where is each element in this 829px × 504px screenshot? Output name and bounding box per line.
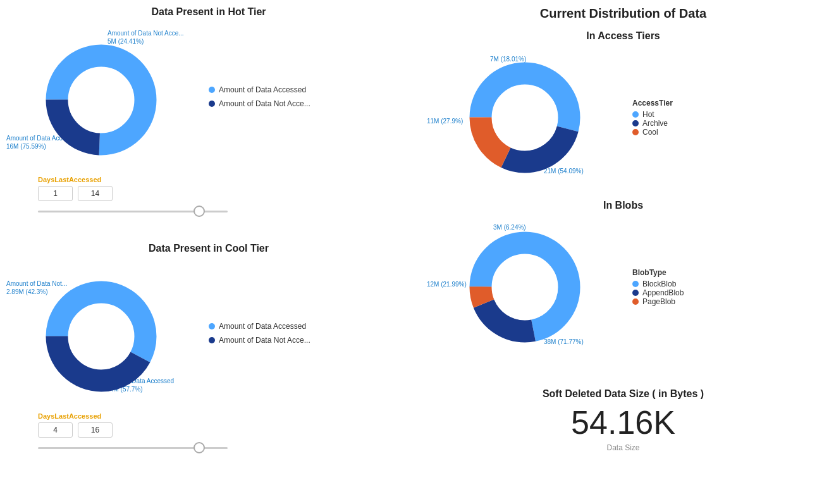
hot-tier-legend-item-1: Amount of Data Not Acce... — [209, 99, 310, 108]
access-tiers-archive-label: 11M (27.9%) — [427, 118, 463, 125]
cool-tier-legend-label-1: Amount of Data Not Acce... — [219, 336, 310, 345]
soft-deleted-title: Soft Deleted Data Size ( in Bytes ) — [436, 388, 810, 400]
access-tiers-archive-label-legend: Archive — [642, 119, 668, 128]
access-tiers-hot-dot — [632, 111, 639, 118]
hot-tier-section: Data Present in Hot Tier Amount of Data … — [13, 6, 405, 218]
access-tiers-hot-label-legend: Hot — [642, 110, 654, 119]
hot-tier-legend-label-0: Amount of Data Accessed — [219, 85, 306, 94]
cool-tier-legend-dot-1 — [209, 337, 215, 343]
right-panel-title: Current Distribution of Data — [430, 6, 816, 21]
access-tiers-row: 7M (18.01%) 11M (27.9%) 21M (54.09%) — [430, 48, 816, 187]
cool-tier-title: Data Present in Cool Tier — [13, 243, 405, 254]
svg-point-5 — [68, 304, 134, 369]
cool-tier-legend-item-1: Amount of Data Not Acce... — [209, 336, 310, 345]
main-container: Data Present in Hot Tier Amount of Data … — [0, 0, 829, 504]
hot-tier-title: Data Present in Hot Tier — [13, 6, 405, 18]
cool-tier-legend-dot-0 — [209, 323, 215, 329]
blobs-legend-pageblob: PageBlob — [632, 297, 684, 306]
hot-tier-legend: Amount of Data Accessed Amount of Data N… — [209, 85, 310, 108]
cool-tier-slider-inputs — [38, 422, 405, 438]
hot-tier-legend-label-1: Amount of Data Not Acce... — [219, 99, 310, 108]
soft-deleted-section: Soft Deleted Data Size ( in Bytes ) 54.1… — [430, 382, 816, 458]
soft-deleted-value: 54.16K — [436, 405, 810, 441]
blobs-legend-title: BlobType — [632, 268, 684, 277]
access-tiers-donut-svg — [462, 54, 588, 181]
access-tiers-legend-cool: Cool — [632, 128, 673, 137]
cool-tier-slider-section: DaysLastAccessed — [13, 412, 405, 454]
access-tiers-title: In Access Tiers — [430, 30, 816, 42]
hot-tier-donut-container: Amount of Data Not Acce... 5M (24.41%) A… — [13, 24, 190, 169]
hot-tier-slider-max[interactable] — [78, 186, 113, 201]
blobs-blockblob-dot — [632, 281, 639, 287]
svg-point-9 — [492, 85, 558, 151]
hot-tier-slider-thumb[interactable] — [193, 206, 205, 217]
blobs-section: In Blobs 3M (6.24%) 12M (21.99%) 38M (71… — [430, 200, 816, 357]
hot-tier-donut-svg — [38, 37, 164, 163]
cool-tier-slider-min[interactable] — [38, 422, 73, 438]
cool-tier-donut-container: Amount of Data Not... 2.89M (42.3%) Amou… — [13, 261, 190, 406]
blobs-appendblob-label: 12M (21.99%) — [427, 281, 467, 288]
access-tiers-legend-hot: Hot — [632, 110, 673, 119]
hot-tier-slider-track-container[interactable] — [38, 205, 228, 218]
blobs-row: 3M (6.24%) 12M (21.99%) 38M (71.77%) — [430, 218, 816, 357]
blobs-legend: BlobType BlockBlob AppendBlob PageBlob — [632, 268, 684, 306]
access-tiers-section: In Access Tiers 7M (18.01%) 11M (27.9%) … — [430, 30, 816, 187]
access-tiers-cool-dot — [632, 129, 639, 135]
hot-tier-legend-dot-1 — [209, 101, 215, 107]
blobs-pageblob-dot — [632, 298, 639, 305]
blobs-blockblob-label-legend: BlockBlob — [642, 280, 676, 288]
cool-tier-legend: Amount of Data Accessed Amount of Data N… — [209, 322, 310, 345]
access-tiers-cool-label-legend: Cool — [642, 128, 658, 137]
left-panel: Data Present in Hot Tier Amount of Data … — [0, 0, 417, 504]
blobs-appendblob-dot — [632, 290, 639, 296]
hot-tier-slider-min[interactable] — [38, 186, 73, 201]
cool-tier-slider-max[interactable] — [78, 422, 113, 438]
blobs-legend-appendblob: AppendBlob — [632, 288, 684, 297]
hot-tier-slider-track — [38, 211, 228, 212]
blobs-title: In Blobs — [430, 200, 816, 211]
cool-tier-section: Data Present in Cool Tier Amount of Data… — [13, 243, 405, 454]
right-panel: Current Distribution of Data In Access T… — [417, 0, 829, 504]
blobs-donut-svg — [462, 224, 588, 350]
hot-tier-legend-dot-0 — [209, 87, 215, 93]
cool-tier-slider-label: DaysLastAccessed — [38, 412, 405, 420]
cool-tier-slider-track — [38, 447, 228, 449]
hot-tier-donut-row: Amount of Data Not Acce... 5M (24.41%) A… — [13, 24, 405, 169]
cool-tier-slider-track-container[interactable] — [38, 441, 228, 454]
blobs-donut-container: 3M (6.24%) 12M (21.99%) 38M (71.77%) — [430, 218, 620, 357]
access-tiers-legend: AccessTier Hot Archive Cool — [632, 99, 673, 137]
hot-tier-slider-inputs — [38, 186, 405, 201]
cool-tier-legend-item-0: Amount of Data Accessed — [209, 322, 310, 331]
hot-tier-legend-item-0: Amount of Data Accessed — [209, 85, 310, 94]
cool-tier-legend-label-0: Amount of Data Accessed — [219, 322, 306, 331]
svg-point-2 — [68, 67, 134, 133]
blobs-appendblob-label-legend: AppendBlob — [642, 288, 684, 297]
svg-point-13 — [492, 254, 558, 320]
cool-tier-donut-row: Amount of Data Not... 2.89M (42.3%) Amou… — [13, 261, 405, 406]
access-tiers-legend-title: AccessTier — [632, 99, 673, 108]
hot-tier-slider-label: DaysLastAccessed — [38, 176, 405, 183]
blobs-pageblob-label-legend: PageBlob — [642, 297, 675, 306]
access-tiers-archive-dot — [632, 120, 639, 126]
access-tiers-legend-archive: Archive — [632, 119, 673, 128]
access-tiers-donut-container: 7M (18.01%) 11M (27.9%) 21M (54.09%) — [430, 48, 620, 187]
cool-tier-slider-thumb[interactable] — [193, 442, 205, 453]
blobs-legend-blockblob: BlockBlob — [632, 280, 684, 288]
hot-tier-slider-section: DaysLastAccessed — [13, 176, 405, 218]
soft-deleted-subtitle: Data Size — [436, 443, 810, 452]
cool-tier-donut-svg — [38, 273, 164, 400]
